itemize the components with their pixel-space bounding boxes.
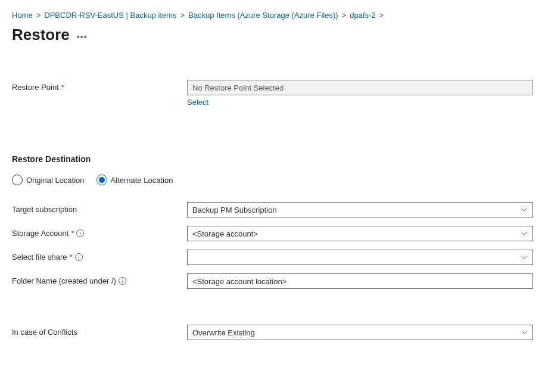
breadcrumb-vault[interactable]: DPBCDR-RSV-EastUS | Backup items [44, 11, 176, 20]
restore-destination-heading: Restore Destination [12, 154, 533, 164]
target-subscription-value: Backup PM Subscription [192, 206, 277, 214]
storage-account-label: Storage Account * i [12, 226, 187, 238]
chevron-down-icon [521, 206, 528, 213]
restore-point-field: No Restore Point Selected [187, 80, 533, 95]
destination-radio-group: Original Location Alternate Location [12, 175, 533, 185]
required-indicator: * [70, 253, 73, 262]
conflicts-label: In case of Conflicts [12, 325, 187, 337]
breadcrumb-home[interactable]: Home [12, 11, 33, 20]
radio-original-location[interactable]: Original Location [12, 175, 85, 185]
page-title: Restore [12, 26, 70, 44]
storage-account-row: Storage Account * i <Storage account> [12, 226, 533, 241]
breadcrumb-separator: > [342, 11, 347, 20]
folder-name-input[interactable] [187, 273, 533, 289]
breadcrumb-separator: > [36, 11, 41, 20]
chevron-down-icon [521, 230, 528, 237]
info-icon[interactable]: i [119, 277, 126, 285]
conflicts-dropdown[interactable]: Overwrite Existing [187, 325, 533, 340]
required-indicator: * [61, 83, 64, 92]
restore-point-label: Restore Point * [12, 80, 187, 92]
breadcrumb-fileshare[interactable]: dpafs-2 [350, 11, 375, 20]
info-icon[interactable]: i [76, 229, 84, 237]
page-title-row: Restore ••• [12, 26, 533, 44]
breadcrumb-separator: > [379, 11, 384, 20]
more-actions-button[interactable]: ••• [77, 29, 88, 42]
target-subscription-dropdown[interactable]: Backup PM Subscription [187, 202, 533, 217]
conflicts-row: In case of Conflicts Overwrite Existing [12, 325, 533, 340]
target-subscription-row: Target subscription Backup PM Subscripti… [12, 202, 533, 217]
radio-alternate-location[interactable]: Alternate Location [96, 175, 173, 185]
radio-original-label: Original Location [26, 176, 85, 185]
chevron-down-icon [521, 254, 528, 261]
storage-account-placeholder: <Storage account> [192, 229, 258, 238]
chevron-down-icon [521, 329, 528, 336]
radio-alternate-label: Alternate Location [111, 176, 173, 185]
restore-point-row: Restore Point * No Restore Point Selecte… [12, 80, 533, 107]
radio-icon [12, 175, 23, 185]
folder-name-row: Folder Name (created under /) i [12, 273, 533, 289]
select-restore-point-link[interactable]: Select [187, 98, 208, 107]
breadcrumb-separator: > [180, 11, 185, 20]
required-indicator: * [71, 229, 74, 238]
storage-account-dropdown[interactable]: <Storage account> [187, 226, 533, 241]
conflicts-value: Overwrite Existing [192, 328, 255, 337]
breadcrumb: Home > DPBCDR-RSV-EastUS | Backup items … [12, 11, 533, 20]
folder-name-label: Folder Name (created under /) i [12, 273, 187, 285]
file-share-row: Select file share * i [12, 250, 533, 265]
target-subscription-label: Target subscription [12, 202, 187, 214]
radio-icon-checked [96, 175, 107, 185]
file-share-dropdown[interactable] [187, 250, 533, 265]
breadcrumb-backup-items[interactable]: Backup Items (Azure Storage (Azure Files… [188, 11, 338, 20]
info-icon[interactable]: i [75, 253, 83, 261]
file-share-label: Select file share * i [12, 250, 187, 262]
